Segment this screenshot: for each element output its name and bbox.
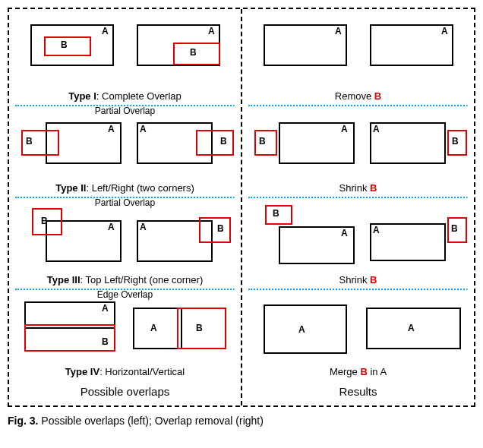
type-prefix: Type IV <box>65 366 99 377</box>
label-a: A <box>150 323 157 333</box>
col-possible-overlaps: A B A B Type I: Complete Overlap Partial… <box>9 9 242 405</box>
label-b: B <box>220 136 227 147</box>
label-a: A <box>408 323 415 333</box>
label-a: A <box>102 303 109 314</box>
row-type3-left: Partial Overlap A B A B Type III: Top Le… <box>15 199 235 289</box>
result-title: Shrink B <box>248 182 468 194</box>
label-a: A <box>298 324 305 335</box>
type-rest: : Complete Overlap <box>96 90 182 102</box>
result-target: B <box>370 274 377 286</box>
label-a: A <box>341 124 348 134</box>
label-b: B <box>273 208 279 219</box>
diagram-container: A B A B Type I: Complete Overlap Partial… <box>8 8 475 407</box>
caption-rest: Possible overlaps (left); Overlap remova… <box>41 415 264 427</box>
label-a: A <box>140 124 147 134</box>
box-a <box>370 122 446 164</box>
label-b: B <box>41 216 48 226</box>
result-title: Merge B in A <box>248 366 468 377</box>
type-prefix: Type I <box>68 90 96 102</box>
type-prefix: Type II <box>55 182 86 194</box>
col-results: A A Remove B A B A B Shrink B A <box>242 9 474 405</box>
row-title: Type II: Left/Right (two corners) <box>15 182 235 194</box>
type-rest: : Top Left/Right (one corner) <box>80 274 204 286</box>
label-b: B <box>451 223 458 234</box>
result-target: B <box>370 182 377 194</box>
result-title: Remove B <box>248 90 468 102</box>
row-type2-left: Partial Overlap A B A B Type II: Left/Ri… <box>15 107 235 197</box>
result-action: Shrink <box>339 274 370 286</box>
label-a: A <box>341 228 348 238</box>
col-right-footer: Results <box>248 380 468 404</box>
label-a: A <box>335 26 342 36</box>
box-a <box>370 223 446 261</box>
result-target: B <box>360 366 367 377</box>
type-rest: : Horizontal/Vertical <box>99 366 185 377</box>
row-type4-right: A A Merge B in A <box>248 291 468 380</box>
row-type1-right: A A Remove B <box>248 15 468 105</box>
label-a: A <box>102 26 109 36</box>
label-a: A <box>373 225 380 235</box>
label-b: B <box>259 136 266 147</box>
box-b <box>199 217 231 243</box>
result-action: Remove <box>335 90 374 102</box>
label-a: A <box>140 222 147 232</box>
label-a: A <box>108 124 115 134</box>
label-b: B <box>61 39 68 50</box>
box-a <box>133 308 182 349</box>
caption-prefix: Fig. 3. <box>8 415 41 427</box>
row-title: Type III: Top Left/Right (one corner) <box>15 274 235 286</box>
row-type1-left: A B A B Type I: Complete Overlap <box>15 15 235 105</box>
col-left-footer: Possible overlaps <box>15 380 235 404</box>
row-subtitle: Partial Overlap <box>15 106 235 116</box>
row-title: Type IV: Horizontal/Vertical <box>15 366 235 377</box>
label-a: A <box>373 124 380 134</box>
label-b: B <box>190 47 197 58</box>
label-a: A <box>441 26 448 36</box>
label-b: B <box>452 136 459 147</box>
box-a <box>264 304 347 354</box>
row-title: Type I: Complete Overlap <box>15 90 235 102</box>
type-prefix: Type III <box>47 274 80 286</box>
row-type2-right: A B A B Shrink B <box>248 107 468 197</box>
box-b <box>254 130 277 156</box>
result-action-post: in A <box>368 366 387 377</box>
label-b: B <box>102 336 109 347</box>
box-b <box>196 130 234 156</box>
result-title: Shrink B <box>248 274 468 286</box>
result-action: Shrink <box>339 182 370 194</box>
figure-caption: Fig. 3. Possible overlaps (left); Overla… <box>8 415 475 427</box>
result-target: B <box>374 90 381 102</box>
result-action-pre: Merge <box>330 366 360 377</box>
box-b <box>173 43 220 65</box>
row-type3-right: A B A B Shrink B <box>248 199 468 289</box>
label-b: B <box>196 323 203 333</box>
label-a: A <box>208 26 215 36</box>
label-b: B <box>26 136 33 147</box>
label-a: A <box>108 222 115 232</box>
row-type4-left: Edge Overlap A B A B Type IV: Horizontal… <box>15 291 235 380</box>
type-rest: : Left/Right (two corners) <box>86 182 194 194</box>
row-subtitle: Partial Overlap <box>15 197 235 208</box>
label-b: B <box>217 223 224 234</box>
box-b <box>44 36 91 56</box>
row-subtitle: Edge Overlap <box>15 289 235 300</box>
